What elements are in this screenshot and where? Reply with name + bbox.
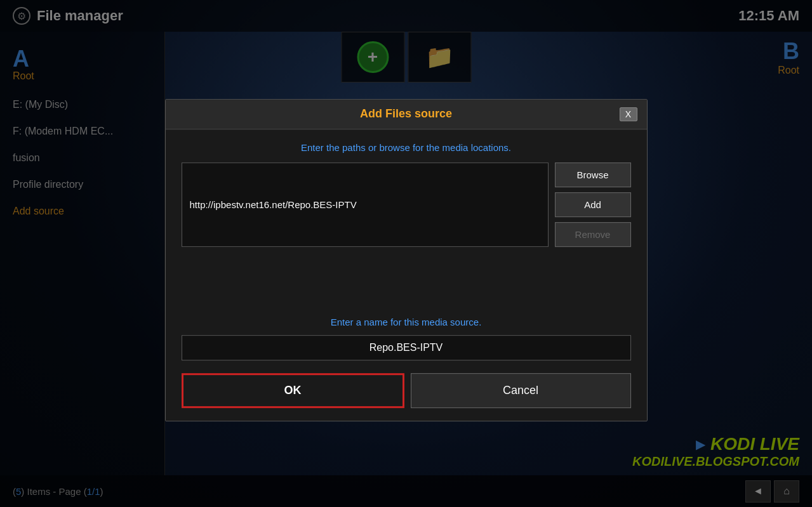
add-files-source-dialog: Add Files source X Enter the paths or br… [165,99,648,421]
ok-button[interactable]: OK [182,373,404,408]
dialog-close-button[interactable]: X [620,107,637,121]
side-buttons: Browse Add Remove [555,162,631,247]
browse-button[interactable]: Browse [555,162,631,187]
source-name-input[interactable] [182,335,631,360]
dialog-buttons: OK Cancel [182,373,631,408]
name-hint: Enter a name for this media source. [182,317,631,327]
source-row: Browse Add Remove [182,162,631,247]
remove-button: Remove [555,222,631,247]
dialog-title: Add Files source [193,107,620,121]
cancel-button[interactable]: Cancel [411,373,631,408]
dialog-hint: Enter the paths or browse for the media … [182,142,631,153]
source-url-input[interactable] [182,162,549,247]
add-button[interactable]: Add [555,192,631,217]
spacer [182,253,631,317]
dialog-titlebar: Add Files source X [166,100,647,129]
dialog-body: Enter the paths or browse for the media … [166,129,647,421]
